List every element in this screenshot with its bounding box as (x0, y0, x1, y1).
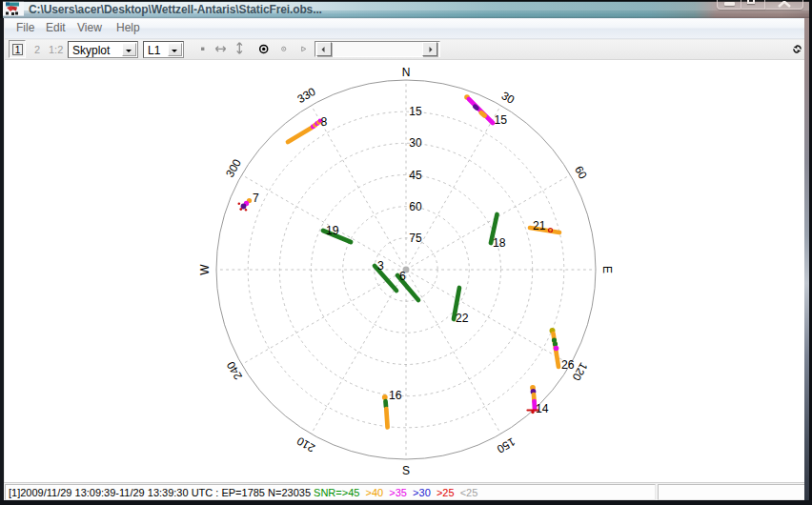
svg-text:30: 30 (499, 89, 518, 107)
svg-text:60: 60 (572, 164, 590, 182)
svg-text:15: 15 (495, 113, 508, 127)
svg-text:240: 240 (224, 359, 245, 382)
svg-text:S: S (402, 464, 410, 477)
svg-text:26: 26 (561, 358, 575, 372)
svg-text:21: 21 (533, 219, 546, 232)
svg-text:3: 3 (377, 259, 384, 273)
svg-text:18: 18 (493, 236, 506, 250)
svg-text:14: 14 (536, 402, 549, 415)
svg-text:45: 45 (409, 169, 422, 182)
svg-text:15: 15 (409, 105, 422, 118)
svg-text:N: N (402, 66, 411, 79)
svg-text:6: 6 (399, 270, 406, 283)
svg-text:150: 150 (495, 435, 518, 456)
svg-text:22: 22 (456, 312, 469, 325)
svg-text:W: W (198, 264, 212, 275)
svg-text:210: 210 (294, 434, 317, 454)
svg-text:60: 60 (409, 200, 422, 213)
svg-text:330: 330 (294, 85, 317, 106)
svg-text:8: 8 (321, 115, 328, 129)
svg-text:30: 30 (409, 136, 422, 150)
svg-text:E: E (600, 266, 614, 273)
svg-text:75: 75 (409, 232, 422, 245)
svg-text:19: 19 (326, 224, 339, 237)
svg-text:16: 16 (389, 389, 402, 402)
svg-text:7: 7 (253, 192, 259, 205)
